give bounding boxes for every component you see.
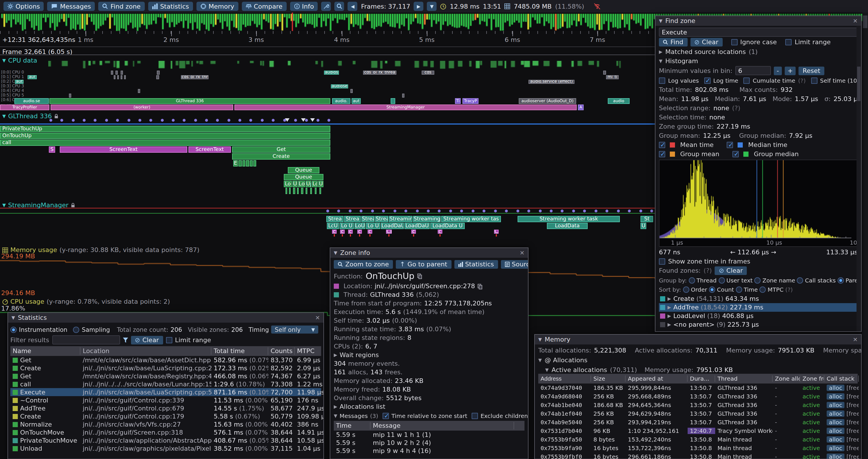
ignore-case-checkbox[interactable] (731, 39, 737, 45)
streaming-section-header[interactable]: ▼ StreamingManager (2, 201, 75, 209)
zone-segment[interactable]: S (49, 146, 55, 153)
help-hint[interactable]: (?) (732, 104, 741, 112)
radio-zone-name[interactable] (754, 277, 761, 283)
zone-segment[interactable] (391, 98, 395, 104)
zone-segment[interactable]: Strea (344, 216, 361, 222)
memory-usage-section-header[interactable]: Memory usage (y-range: 30.88 KB, visible… (2, 246, 199, 254)
zone-segment[interactable]: c (357, 230, 362, 234)
message-dot[interactable] (494, 209, 497, 212)
zone-segment[interactable]: Queue (288, 167, 319, 173)
frame-marker-triangle[interactable] (285, 118, 289, 122)
message-dot[interactable] (371, 209, 374, 212)
message-dot[interactable] (583, 209, 586, 212)
allocation-row[interactable]: 0x7553b9fa9016 bytes153,722,396ns13:50.8… (538, 444, 858, 452)
clear-button[interactable]: ⊘Clear (690, 38, 722, 46)
zone-segment[interactable]: c (438, 230, 442, 234)
histogram-toggle[interactable]: ▼ Histogram (659, 57, 858, 65)
frame-menu-button[interactable]: ▼ (427, 2, 437, 11)
stats-table-row[interactable]: Createjni/../jni/src/claw/base/LuaScript… (10, 364, 321, 372)
message-dot[interactable] (505, 209, 508, 212)
zone-segment[interactable]: audios (324, 71, 339, 75)
zone-segment[interactable]: Strea (375, 216, 388, 222)
column-header[interactable]: Location (81, 347, 211, 355)
instrumentation-radio[interactable] (10, 326, 17, 333)
zone-segment[interactable]: c (348, 230, 353, 234)
zone-segment[interactable] (285, 188, 287, 194)
info-button[interactable]: Info (290, 2, 318, 11)
allocations-toggle[interactable]: ▼ @ Allocations (538, 356, 858, 364)
allocation-row[interactable]: 0x74a9d68040256 KB295,668,489ns13:50.7GL… (538, 392, 858, 401)
wait-regions-toggle[interactable]: ▶ Wait regions (334, 351, 525, 359)
glthread-section-header[interactable]: ▼ GLThread 336 (2, 112, 59, 120)
message-dot[interactable] (561, 209, 564, 212)
message-dot[interactable] (628, 209, 631, 212)
column-header[interactable]: Time (334, 422, 371, 429)
zone-segment[interactable] (293, 188, 295, 194)
limit-range-checkbox[interactable] (166, 337, 172, 343)
zone-segment[interactable] (342, 234, 343, 236)
zone-segment[interactable]: ScreenText (188, 146, 231, 153)
legend-checkbox[interactable] (659, 141, 665, 148)
message-dot[interactable] (472, 209, 474, 212)
scrollbar-thumb[interactable] (863, 15, 867, 28)
alloc-callstack-button[interactable]: alloc (827, 436, 845, 442)
message-dot[interactable] (427, 209, 430, 212)
close-icon[interactable]: ✕ (315, 315, 320, 321)
zone-segment[interactable]: GLThread 336 (50, 98, 330, 104)
stats-table-header[interactable]: NameLocationTotal timeCounts ▼MTPC (10, 346, 321, 356)
copy-icon[interactable] (417, 273, 423, 279)
zone-segment[interactable] (369, 234, 371, 236)
zone-segment[interactable]: audio. (332, 98, 350, 104)
help-hint[interactable]: (?) (798, 77, 806, 84)
zone-segment[interactable] (246, 160, 249, 166)
column-header[interactable]: Zone alloc (773, 375, 800, 382)
stats-table-row[interactable]: calljni/../jni/../../../src/claw/base/Lu… (10, 380, 321, 388)
message-row[interactable]: 5.59 smip 9 w 4 h 4 (16) (334, 447, 525, 455)
zone-segment[interactable]: call (0, 139, 330, 146)
zone-segment[interactable]: Streaming worker task (518, 216, 620, 222)
zone-segment[interactable]: aut (28, 75, 37, 79)
close-icon[interactable]: ✕ (853, 18, 858, 24)
alloc-callstack-button[interactable]: alloc (827, 428, 845, 434)
matched-locations-toggle[interactable]: ▶ Matched source locations (1) (659, 47, 858, 56)
allocation-row[interactable]: 0x74ab9e5040256 KB293,994,219ns13:50.7GL… (538, 418, 858, 427)
column-header[interactable]: Size (591, 375, 626, 382)
time-relative-checkbox[interactable] (383, 413, 389, 419)
zone-segment[interactable]: Lo (298, 181, 305, 187)
statistics-titlebar[interactable]: ▼ Statistics ✕ (8, 313, 323, 323)
zone-segment[interactable] (402, 94, 404, 98)
column-header[interactable]: Thread (715, 375, 773, 382)
stats-table-row[interactable]: OnTouchMovejni/../jni/src/guif/Screen.cp… (10, 428, 321, 436)
bin-decrease-button[interactable]: - (774, 66, 782, 75)
radio-user-text[interactable] (718, 277, 725, 283)
zone-segment[interactable]: mi_ti (606, 75, 619, 79)
message-dot[interactable] (305, 119, 308, 122)
zone-segment[interactable] (138, 89, 140, 93)
zone-segment[interactable] (388, 234, 390, 236)
help-hint[interactable]: (?) (704, 267, 712, 274)
zone-segment[interactable]: TracyProfiler (0, 104, 50, 110)
zone-segment[interactable]: cds_ol_rx_threa (363, 71, 396, 75)
message-dot[interactable] (294, 119, 297, 122)
zone-segment[interactable] (239, 160, 242, 166)
zone-segment[interactable]: Strea (361, 216, 375, 222)
frame-marker-triangle[interactable] (301, 118, 306, 122)
zone-segment[interactable]: audio (608, 98, 629, 104)
self-time-checkbox[interactable] (811, 77, 817, 84)
zone-segment[interactable] (297, 188, 299, 194)
message-dot[interactable] (527, 209, 530, 212)
allocation-row[interactable]: 0x74a9d37040186.35 KB295,999,844ns13:50.… (538, 384, 858, 392)
memory-button[interactable]: Memory (196, 2, 239, 11)
stats-table-row[interactable]: Normalizejni/../jni/src/claw/vfs/Vfs.cpp… (10, 420, 321, 428)
message-dot[interactable] (415, 209, 418, 212)
zone-segment[interactable]: Get (232, 146, 330, 153)
sampling-radio[interactable] (73, 326, 80, 333)
zone-segment[interactable] (121, 71, 123, 75)
legend-checkbox[interactable] (659, 151, 665, 157)
memory-table-header[interactable]: AddressSizeAppeared atDura...ThreadZone … (538, 374, 858, 384)
message-dot[interactable] (261, 119, 264, 122)
zone-segment[interactable] (306, 188, 307, 194)
reset-button[interactable]: Reset (799, 66, 824, 75)
memory-titlebar[interactable]: ▼ Memory ✕ (535, 335, 861, 345)
zone-segment[interactable]: C (494, 230, 499, 234)
